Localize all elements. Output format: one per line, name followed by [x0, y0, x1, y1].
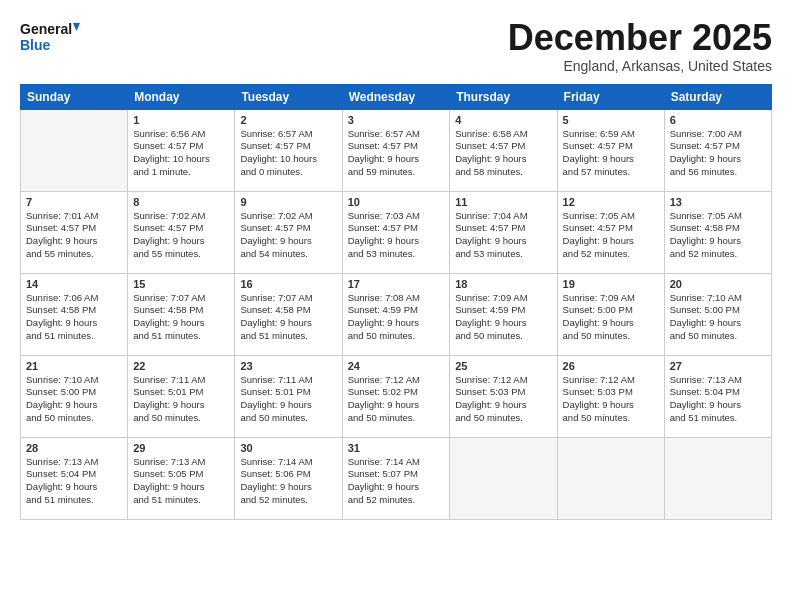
calendar-cell: 19Sunrise: 7:09 AMSunset: 5:00 PMDayligh… — [557, 273, 664, 355]
calendar-cell: 16Sunrise: 7:07 AMSunset: 4:58 PMDayligh… — [235, 273, 342, 355]
cell-info-line: Daylight: 9 hours — [348, 235, 445, 248]
calendar-cell: 25Sunrise: 7:12 AMSunset: 5:03 PMDayligh… — [450, 355, 557, 437]
cell-info-line: Sunrise: 7:09 AM — [563, 292, 659, 305]
day-number: 12 — [563, 196, 659, 208]
day-number: 22 — [133, 360, 229, 372]
day-number: 26 — [563, 360, 659, 372]
calendar-cell — [21, 109, 128, 191]
day-number: 27 — [670, 360, 766, 372]
cell-info-line: and 53 minutes. — [455, 248, 551, 261]
page: General Blue December 2025 England, Arka… — [0, 0, 792, 612]
cell-info-line: Sunrise: 6:59 AM — [563, 128, 659, 141]
title-block: December 2025 England, Arkansas, United … — [508, 18, 772, 74]
cell-info-line: Daylight: 9 hours — [26, 317, 122, 330]
cell-info-line: Sunrise: 7:05 AM — [563, 210, 659, 223]
cell-info-line: Sunset: 5:02 PM — [348, 386, 445, 399]
calendar-week-row: 1Sunrise: 6:56 AMSunset: 4:57 PMDaylight… — [21, 109, 772, 191]
day-number: 3 — [348, 114, 445, 126]
cell-info-line: Sunrise: 7:06 AM — [26, 292, 122, 305]
cell-info-line: Sunset: 5:00 PM — [563, 304, 659, 317]
day-number: 28 — [26, 442, 122, 454]
calendar-day-header: Monday — [128, 84, 235, 109]
day-number: 11 — [455, 196, 551, 208]
cell-info-line: and 56 minutes. — [670, 166, 766, 179]
cell-info-line: and 52 minutes. — [670, 248, 766, 261]
cell-info-line: Sunrise: 7:12 AM — [455, 374, 551, 387]
cell-info-line: Sunrise: 6:58 AM — [455, 128, 551, 141]
cell-info-line: and 53 minutes. — [348, 248, 445, 261]
cell-info-line: Sunset: 5:06 PM — [240, 468, 336, 481]
calendar-week-row: 7Sunrise: 7:01 AMSunset: 4:57 PMDaylight… — [21, 191, 772, 273]
cell-info-line: Daylight: 9 hours — [670, 317, 766, 330]
cell-info-line: Sunrise: 7:02 AM — [133, 210, 229, 223]
cell-info-line: Sunrise: 7:12 AM — [563, 374, 659, 387]
day-number: 29 — [133, 442, 229, 454]
cell-info-line: and 55 minutes. — [133, 248, 229, 261]
calendar-body: 1Sunrise: 6:56 AMSunset: 4:57 PMDaylight… — [21, 109, 772, 519]
cell-info-line: Sunrise: 7:14 AM — [348, 456, 445, 469]
day-number: 6 — [670, 114, 766, 126]
cell-info-line: and 51 minutes. — [240, 330, 336, 343]
day-number: 8 — [133, 196, 229, 208]
cell-info-line: Sunrise: 7:04 AM — [455, 210, 551, 223]
cell-info-line: and 50 minutes. — [133, 412, 229, 425]
day-number: 24 — [348, 360, 445, 372]
svg-text:Blue: Blue — [20, 37, 51, 53]
day-number: 1 — [133, 114, 229, 126]
cell-info-line: and 52 minutes. — [563, 248, 659, 261]
calendar-table: SundayMondayTuesdayWednesdayThursdayFrid… — [20, 84, 772, 520]
calendar-cell: 9Sunrise: 7:02 AMSunset: 4:57 PMDaylight… — [235, 191, 342, 273]
cell-info-line: and 50 minutes. — [26, 412, 122, 425]
cell-info-line: Daylight: 9 hours — [670, 399, 766, 412]
calendar-cell: 15Sunrise: 7:07 AMSunset: 4:58 PMDayligh… — [128, 273, 235, 355]
cell-info-line: Daylight: 9 hours — [348, 399, 445, 412]
cell-info-line: Sunset: 5:04 PM — [670, 386, 766, 399]
cell-info-line: Sunset: 4:57 PM — [240, 140, 336, 153]
calendar-cell: 6Sunrise: 7:00 AMSunset: 4:57 PMDaylight… — [664, 109, 771, 191]
calendar-cell: 30Sunrise: 7:14 AMSunset: 5:06 PMDayligh… — [235, 437, 342, 519]
cell-info-line: Daylight: 9 hours — [26, 399, 122, 412]
month-title: December 2025 — [508, 18, 772, 58]
cell-info-line: Sunset: 4:57 PM — [133, 222, 229, 235]
calendar-day-header: Thursday — [450, 84, 557, 109]
cell-info-line: Daylight: 9 hours — [348, 317, 445, 330]
calendar-cell: 4Sunrise: 6:58 AMSunset: 4:57 PMDaylight… — [450, 109, 557, 191]
cell-info-line: and 1 minute. — [133, 166, 229, 179]
calendar-day-header: Tuesday — [235, 84, 342, 109]
cell-info-line: Daylight: 9 hours — [133, 317, 229, 330]
cell-info-line: Sunset: 5:03 PM — [455, 386, 551, 399]
cell-info-line: and 50 minutes. — [240, 412, 336, 425]
cell-info-line: and 0 minutes. — [240, 166, 336, 179]
cell-info-line: Daylight: 9 hours — [26, 235, 122, 248]
day-number: 19 — [563, 278, 659, 290]
cell-info-line: and 51 minutes. — [26, 330, 122, 343]
cell-info-line: Sunrise: 7:10 AM — [26, 374, 122, 387]
cell-info-line: Daylight: 9 hours — [240, 235, 336, 248]
calendar-cell: 2Sunrise: 6:57 AMSunset: 4:57 PMDaylight… — [235, 109, 342, 191]
cell-info-line: and 52 minutes. — [348, 494, 445, 507]
calendar-header-row: SundayMondayTuesdayWednesdayThursdayFrid… — [21, 84, 772, 109]
cell-info-line: Sunset: 5:01 PM — [133, 386, 229, 399]
cell-info-line: Sunrise: 7:14 AM — [240, 456, 336, 469]
cell-info-line: and 52 minutes. — [240, 494, 336, 507]
day-number: 4 — [455, 114, 551, 126]
calendar-cell: 3Sunrise: 6:57 AMSunset: 4:57 PMDaylight… — [342, 109, 450, 191]
cell-info-line: Sunset: 4:57 PM — [455, 140, 551, 153]
cell-info-line: Daylight: 9 hours — [348, 481, 445, 494]
cell-info-line: Sunset: 4:58 PM — [240, 304, 336, 317]
day-number: 16 — [240, 278, 336, 290]
subtitle: England, Arkansas, United States — [508, 58, 772, 74]
calendar-day-header: Wednesday — [342, 84, 450, 109]
cell-info-line: Sunrise: 6:57 AM — [348, 128, 445, 141]
calendar-cell: 28Sunrise: 7:13 AMSunset: 5:04 PMDayligh… — [21, 437, 128, 519]
calendar-week-row: 21Sunrise: 7:10 AMSunset: 5:00 PMDayligh… — [21, 355, 772, 437]
cell-info-line: and 58 minutes. — [455, 166, 551, 179]
cell-info-line: Daylight: 9 hours — [240, 399, 336, 412]
cell-info-line: and 59 minutes. — [348, 166, 445, 179]
cell-info-line: Sunrise: 7:05 AM — [670, 210, 766, 223]
cell-info-line: and 57 minutes. — [563, 166, 659, 179]
cell-info-line: Sunset: 5:00 PM — [26, 386, 122, 399]
calendar-cell: 11Sunrise: 7:04 AMSunset: 4:57 PMDayligh… — [450, 191, 557, 273]
cell-info-line: Sunset: 5:05 PM — [133, 468, 229, 481]
day-number: 23 — [240, 360, 336, 372]
